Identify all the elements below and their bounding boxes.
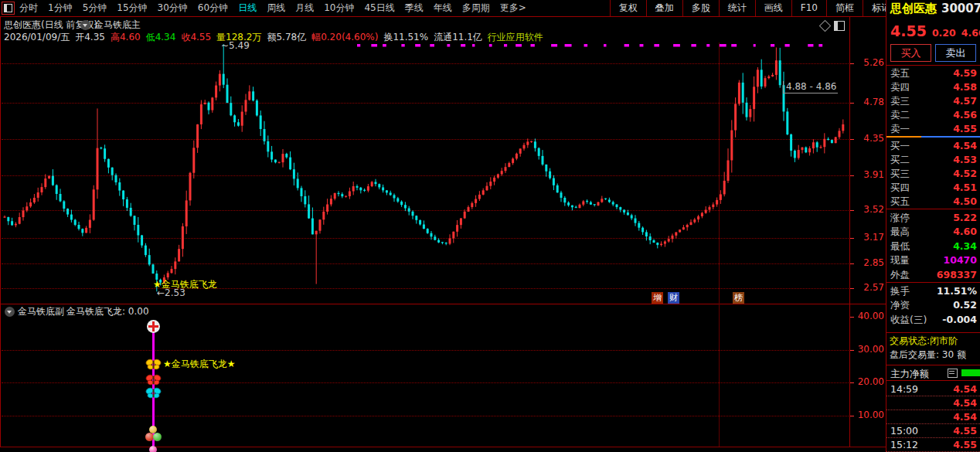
butterfly-icon <box>145 387 162 402</box>
quote-row: 最高4.60 <box>886 225 980 239</box>
row-label: 卖二 <box>890 108 910 122</box>
row-value: -0.004 <box>942 313 977 327</box>
row-value: 4.55 <box>953 122 977 136</box>
sell-button[interactable]: 卖出 <box>935 44 976 62</box>
quote-row: 卖二4.56 <box>886 108 980 122</box>
row-label: 买一 <box>890 139 910 153</box>
ball-marker <box>153 433 162 441</box>
action-统计[interactable]: 统计 <box>719 0 755 16</box>
row-label: 换手 <box>890 284 910 298</box>
event-badge-财[interactable]: 财 <box>668 292 679 304</box>
quote-row: 买二4.53 <box>886 153 980 167</box>
gridline <box>2 63 849 64</box>
event-badge-榜[interactable]: 榜 <box>733 292 744 304</box>
chevron-down-icon[interactable] <box>80 20 90 30</box>
top-toolbar: 分时1分钟5分钟15分钟30分钟60分钟日线周线月线10分钟45日线季线年线多周… <box>0 0 980 16</box>
period-tab-60分钟[interactable]: 60分钟 <box>198 2 228 15</box>
tick-price: 4.54 <box>953 382 977 396</box>
row-label: 买三 <box>890 167 910 181</box>
price-change-pct: 4.60% <box>961 27 980 39</box>
row-label: 涨停 <box>890 211 910 225</box>
layout-grid-icon[interactable] <box>2 2 15 15</box>
row-label: 净资 <box>890 298 910 312</box>
row-value: 10470 <box>944 253 978 267</box>
axis-label: 4.35 <box>852 133 884 144</box>
quote-row: 卖五4.59 <box>886 66 980 80</box>
axis-label: 3.52 <box>852 204 884 215</box>
stock-name: 思创医惠 <box>890 2 937 16</box>
period-tab-5分钟[interactable]: 5分钟 <box>83 2 107 15</box>
period-tab-更多>[interactable]: 更多> <box>500 2 526 15</box>
period-tab-多周期[interactable]: 多周期 <box>462 2 490 15</box>
row-value: 4.51 <box>953 181 977 195</box>
period-tab-1分钟[interactable]: 1分钟 <box>48 2 73 15</box>
info-segment: 幅0.20(4.60%) <box>311 32 378 42</box>
main-force-row: 主力净额 <box>890 368 980 379</box>
period-tab-季线[interactable]: 季线 <box>405 2 424 15</box>
trading-app-window: 分时1分钟5分钟15分钟30分钟60分钟日线周线月线10分钟45日线季线年线多周… <box>0 0 980 452</box>
tick-time: 15:12 <box>890 438 918 451</box>
row-label: 外盘 <box>890 268 910 282</box>
toolbar-divider <box>0 16 886 17</box>
row-value: 11.51% <box>937 284 977 298</box>
bid-ask-separator-left <box>886 136 921 138</box>
period-tab-10分钟[interactable]: 10分钟 <box>324 2 354 15</box>
chart-left-border <box>0 17 1 447</box>
price-row: 4.55 0.20 4.60% <box>890 22 980 39</box>
bid-ask-separator-right <box>921 136 980 138</box>
info-segment: 2026/01/09/五 <box>4 32 70 42</box>
gridline <box>2 175 849 176</box>
row-value: 4.53 <box>953 153 977 167</box>
info-segment: 低4.34 <box>146 32 176 42</box>
window-icon[interactable] <box>834 21 845 31</box>
event-badge-增[interactable]: 增 <box>652 292 663 304</box>
main-indicator-name[interactable]: 金马铁底主 <box>94 19 141 32</box>
quote-row: 卖三4.57 <box>886 94 980 108</box>
row-value: 4.59 <box>953 66 977 80</box>
period-tab-月线[interactable]: 月线 <box>295 2 314 15</box>
quote-row: 最低4.34 <box>886 240 980 253</box>
period-tab-15分钟[interactable]: 15分钟 <box>117 2 147 15</box>
period-tab-分时[interactable]: 分时 <box>19 2 38 15</box>
row-value: 698337 <box>937 268 977 282</box>
tick-row: 14:594.54 <box>886 382 980 396</box>
list-icon[interactable] <box>948 369 958 378</box>
low-price-label: ←2.53 <box>157 287 185 298</box>
main-sub-divider[interactable] <box>0 304 886 304</box>
row-value: 4.58 <box>953 80 977 94</box>
quote-row: 卖四4.58 <box>886 80 980 94</box>
period-tab-周线[interactable]: 周线 <box>267 2 285 15</box>
sub-indicator-name[interactable]: 金马铁底副 <box>18 305 64 318</box>
tick-row: 4.54 <box>886 410 980 424</box>
period-tab-30分钟[interactable]: 30分钟 <box>158 2 188 15</box>
row-label: 卖四 <box>890 80 910 94</box>
sub-indicator-value: 金马铁底飞龙: 0.00 <box>66 305 149 318</box>
axis-label: 2.57 <box>852 282 884 293</box>
action-复权[interactable]: 复权 <box>610 0 646 16</box>
period-tab-日线[interactable]: 日线 <box>238 2 257 15</box>
period-tab-45日线[interactable]: 45日线 <box>364 2 394 15</box>
action-画线[interactable]: 画线 <box>755 0 791 16</box>
info-segment: 额5.78亿 <box>267 32 306 42</box>
trade-status: 交易状态:闭市阶 <box>890 335 958 348</box>
info-segment: 高4.60 <box>111 32 141 42</box>
buy-button[interactable]: 买入 <box>890 44 931 62</box>
axis-label: 40.00 <box>852 311 884 321</box>
butterfly-icon <box>145 359 162 373</box>
action-简框[interactable]: 简框 <box>826 0 863 16</box>
info-segment: 流通11.1亿 <box>434 32 482 42</box>
stock-code: 300078 <box>941 2 980 15</box>
chart-bottom-border <box>0 447 886 447</box>
action-F10[interactable]: F10 <box>791 0 826 16</box>
tick-price: 4.55 <box>953 438 977 451</box>
gridline <box>2 288 849 289</box>
gridline <box>2 103 849 104</box>
quote-row: 净资0.52 <box>886 298 980 312</box>
action-叠加[interactable]: 叠加 <box>646 0 682 16</box>
period-tab-年线[interactable]: 年线 <box>434 2 452 15</box>
diamond-icon[interactable] <box>821 22 829 30</box>
action-多股[interactable]: 多股 <box>682 0 719 16</box>
tick-time: 14:59 <box>890 382 918 396</box>
chevron-down-icon-sub[interactable] <box>5 307 15 317</box>
main-force-bar <box>961 369 980 376</box>
